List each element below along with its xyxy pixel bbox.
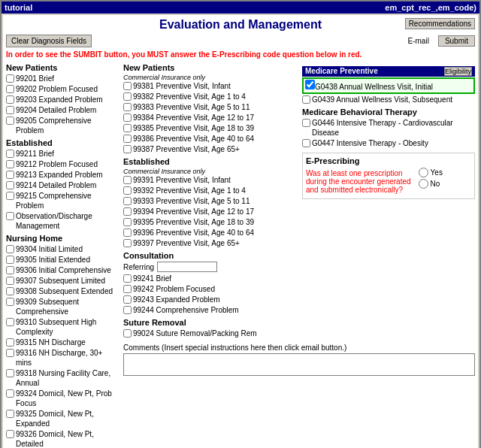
- code-checkbox[interactable]: [6, 369, 14, 377]
- code-checkbox[interactable]: [6, 266, 14, 274]
- eprescribing-no-radio[interactable]: [419, 179, 428, 189]
- code-text: 99205 Comprehensive Problem: [16, 116, 117, 135]
- established-commercial-section: Established Commercial Insurance only 99…: [123, 157, 296, 248]
- eprescribing-no-option[interactable]: No: [419, 179, 443, 189]
- code-checkbox[interactable]: [123, 274, 132, 283]
- code-checkbox[interactable]: [123, 285, 132, 293]
- code-checkbox[interactable]: [123, 145, 132, 153]
- eprescribing-yes-label: Yes: [431, 168, 443, 177]
- code-checkbox[interactable]: [6, 245, 14, 253]
- submit-button[interactable]: Submit: [438, 35, 475, 47]
- code-checkbox[interactable]: [123, 295, 132, 304]
- code-checkbox[interactable]: [6, 150, 14, 158]
- code-item: 99382 Preventive Visit, Age 1 to 4: [123, 92, 296, 101]
- code-text: 99203 Expanded Problem: [16, 95, 103, 104]
- code-item: 99242 Problem Focused: [123, 284, 296, 294]
- code-item: 99386 Preventive Visit, Age 40 to 64: [123, 134, 296, 144]
- code-checkbox[interactable]: [6, 277, 14, 285]
- code-checkbox[interactable]: [123, 82, 132, 90]
- code-checkbox[interactable]: [6, 181, 14, 189]
- code-checkbox[interactable]: [6, 192, 14, 200]
- code-checkbox[interactable]: [6, 338, 14, 347]
- code-checkbox[interactable]: [6, 389, 14, 398]
- code-checkbox[interactable]: [302, 119, 310, 127]
- code-text: 99325 Domicil, New Pt, Expanded: [16, 409, 117, 428]
- nursing-home-title: Nursing Home: [6, 234, 117, 243]
- code-text: 99305 Initial Extended: [16, 255, 90, 265]
- code-text: Observation/Discharge Management: [16, 211, 117, 231]
- code-text: 99241 Brief: [133, 274, 171, 283]
- code-text: 99244 Comprehensive Problem: [133, 305, 239, 315]
- medicare-eligibility-button[interactable]: Eligibility: [444, 67, 472, 76]
- code-text: 99213 Expanded Problem: [16, 170, 103, 180]
- code-checkbox[interactable]: [6, 287, 14, 295]
- code-text: 99310 Subsequent High Complexity: [16, 317, 117, 337]
- eprescribing-question: Was at least one prescription during the…: [306, 169, 411, 194]
- code-checkbox[interactable]: [123, 186, 132, 195]
- recommendations-button[interactable]: Recommendations: [405, 18, 475, 29]
- code-checkbox[interactable]: [6, 318, 14, 326]
- code-checkbox[interactable]: [123, 176, 132, 184]
- code-text: 99309 Subsequent Comprehensive: [16, 297, 117, 316]
- code-checkbox[interactable]: [123, 135, 132, 143]
- code-item: 99393 Preventive Visit, Age 5 to 11: [123, 196, 296, 206]
- code-checkbox[interactable]: [123, 124, 132, 132]
- code-checkbox[interactable]: [302, 95, 310, 104]
- medicare-behavioral-list: G0446 Intensive Therapy - Cardiovascular…: [302, 118, 475, 148]
- right-col1: New Patients Commercial Insurance only 9…: [123, 63, 296, 339]
- code-checkbox[interactable]: [123, 306, 132, 314]
- code-item: 99241 Brief: [123, 274, 296, 283]
- est-right-list: 99391 Preventive Visit, Infant99392 Prev…: [123, 175, 296, 248]
- code-checkbox[interactable]: [123, 197, 132, 205]
- code-checkbox[interactable]: [6, 171, 14, 179]
- code-item: 99307 Subsequent Limited: [6, 276, 117, 286]
- code-item: G0439 Annual Wellness Visit, Subsequent: [302, 95, 475, 104]
- code-text: 99324 Domicil, New Pt, Prob Focus: [16, 389, 117, 408]
- code-text: G0439 Annual Wellness Visit, Subsequent: [312, 95, 452, 104]
- tab-text: em_cpt_rec_,em_code): [385, 3, 476, 12]
- code-checkbox[interactable]: [6, 106, 14, 114]
- code-checkbox[interactable]: [123, 92, 132, 101]
- code-checkbox[interactable]: [123, 103, 132, 111]
- code-checkbox[interactable]: [6, 117, 14, 125]
- code-checkbox[interactable]: [6, 298, 14, 306]
- code-checkbox[interactable]: [6, 160, 14, 168]
- eprescribing-section: E-Prescribing Was at least one prescript…: [302, 153, 475, 199]
- code-item: 99387 Preventive Visit, Age 65+: [123, 144, 296, 154]
- code-item: 99385 Preventive Visit, Age 18 to 39: [123, 123, 296, 133]
- code-checkbox[interactable]: [6, 74, 14, 83]
- eprescribing-yes-radio[interactable]: [419, 168, 428, 177]
- code-text: 99383 Preventive Visit, Age 5 to 11: [133, 102, 250, 112]
- code-checkbox[interactable]: [6, 349, 14, 357]
- code-item: 99201 Brief: [6, 74, 117, 83]
- medicare-checkbox[interactable]: [305, 80, 315, 89]
- code-text: 99307 Subsequent Limited: [16, 276, 105, 286]
- code-checkbox[interactable]: [123, 114, 132, 122]
- clear-diagnosis-button[interactable]: Clear Diagnosis Fields: [6, 35, 92, 47]
- eprescribing-row: Was at least one prescription during the…: [306, 168, 471, 195]
- comments-textarea[interactable]: [123, 353, 475, 376]
- eprescribing-yes-option[interactable]: Yes: [419, 168, 443, 177]
- code-item: 99318 Nursing Facility Care, Annual: [6, 368, 117, 388]
- code-checkbox[interactable]: [6, 430, 14, 438]
- right-new-patients-title: New Patients: [123, 63, 296, 72]
- code-checkbox[interactable]: [6, 410, 14, 418]
- suture-checkbox[interactable]: [123, 329, 132, 338]
- code-checkbox[interactable]: [123, 207, 132, 216]
- new-patients-commercial-section: New Patients Commercial Insurance only 9…: [123, 63, 296, 154]
- code-text: 99304 Initial Limited: [16, 244, 83, 254]
- code-checkbox[interactable]: [6, 256, 14, 264]
- code-text: 99393 Preventive Visit, Age 5 to 11: [133, 196, 250, 206]
- referring-label: Referring: [123, 263, 154, 271]
- code-checkbox[interactable]: [6, 85, 14, 93]
- code-checkbox[interactable]: [123, 229, 132, 237]
- code-text: 99215 Comprehensive Problem: [16, 191, 117, 210]
- code-checkbox[interactable]: [302, 139, 310, 147]
- code-checkbox[interactable]: [123, 218, 132, 226]
- code-checkbox[interactable]: [6, 212, 14, 220]
- left-panel: New Patients 99201 Brief99202 Problem Fo…: [6, 63, 117, 448]
- referring-input[interactable]: [157, 262, 217, 272]
- code-checkbox[interactable]: [6, 95, 14, 104]
- code-text: 99381 Preventive Visit, Infant: [133, 81, 231, 91]
- code-checkbox[interactable]: [123, 239, 132, 247]
